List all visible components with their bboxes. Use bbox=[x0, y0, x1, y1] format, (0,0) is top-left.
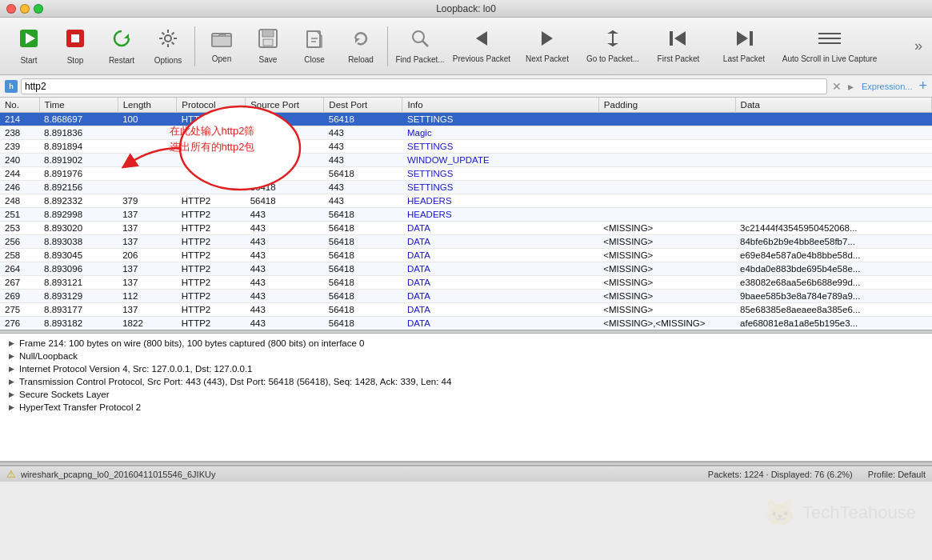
col-header-protocol: Protocol bbox=[177, 98, 246, 113]
table-row[interactable]: 2568.893038137HTTP244356418DATA<MISSING>… bbox=[0, 235, 932, 249]
goto-label: Go to Packet... bbox=[586, 54, 639, 64]
prev-packet-button[interactable]: Previous Packet bbox=[450, 22, 514, 70]
table-row[interactable]: 2588.893045206HTTP244356418DATA<MISSING>… bbox=[0, 249, 932, 262]
table-row[interactable]: 2678.893121137HTTP244356418DATA<MISSING>… bbox=[0, 276, 932, 290]
reload-label: Reload bbox=[348, 55, 374, 65]
col-header-data: Data bbox=[735, 98, 931, 113]
expand-icon: ▶ bbox=[6, 390, 16, 399]
first-packet-button[interactable]: First Packet bbox=[646, 22, 710, 70]
restart-icon bbox=[110, 27, 133, 53]
svg-marker-22 bbox=[737, 31, 748, 46]
autoscroll-icon bbox=[815, 29, 844, 51]
goto-packet-button[interactable]: Go to Packet... bbox=[581, 22, 645, 70]
restart-label: Restart bbox=[109, 56, 134, 66]
svg-rect-23 bbox=[750, 31, 753, 46]
table-row[interactable]: 2468.89215656418443SETTINGS bbox=[0, 181, 932, 194]
table-row[interactable]: 2398.89189456418443SETTINGS bbox=[0, 140, 932, 154]
table-row[interactable]: 2148.868697100HTTP244356418SETTINGS bbox=[0, 113, 932, 126]
save-icon bbox=[258, 28, 278, 52]
svg-rect-21 bbox=[670, 31, 673, 46]
table-row[interactable]: 2448.89197644356418SETTINGS bbox=[0, 167, 932, 181]
reload-icon bbox=[350, 28, 371, 52]
options-button[interactable]: Options bbox=[146, 22, 190, 70]
proto-row-label: Secure Sockets Layer bbox=[19, 390, 110, 399]
autoscroll-button[interactable]: Auto Scroll in Live Capture bbox=[778, 22, 882, 70]
find-label: Find Packet... bbox=[395, 55, 444, 65]
table-row[interactable]: 2388.89183656418443Magic bbox=[0, 126, 932, 140]
proto-row-label: Frame 214: 100 bytes on wire (800 bits),… bbox=[19, 338, 365, 348]
close-file-button[interactable]: Close bbox=[292, 22, 337, 70]
restart-button[interactable]: Restart bbox=[99, 22, 144, 70]
proto-detail-row[interactable]: ▶Internet Protocol Version 4, Src: 127.0… bbox=[0, 362, 932, 375]
title-bar: Loopback: lo0 bbox=[0, 0, 932, 18]
next-packet-button[interactable]: Next Packet bbox=[515, 22, 579, 70]
svg-rect-9 bbox=[262, 30, 274, 37]
status-bar: ⚠ wireshark_pcapng_lo0_20160411015546_6J… bbox=[0, 466, 932, 482]
close-file-label: Close bbox=[304, 55, 325, 65]
proto-detail-row[interactable]: ▶Frame 214: 100 bytes on wire (800 bits)… bbox=[0, 337, 932, 350]
last-icon bbox=[732, 29, 756, 51]
table-row[interactable]: 2488.892332379HTTP256418443HEADERS bbox=[0, 194, 932, 208]
watermark: 🐱 TechTeahouse bbox=[764, 498, 916, 528]
minimize-button[interactable] bbox=[20, 4, 30, 14]
expression-button[interactable]: Expression... bbox=[858, 82, 916, 91]
options-label: Options bbox=[154, 56, 182, 66]
save-button[interactable]: Save bbox=[246, 22, 290, 70]
packet-table-container: No. Time Length Protocol Source Port Des… bbox=[0, 98, 932, 330]
packet-table: No. Time Length Protocol Source Port Des… bbox=[0, 98, 932, 330]
expand-icon: ▶ bbox=[6, 338, 16, 348]
reload-button[interactable]: Reload bbox=[338, 22, 383, 70]
svg-marker-4 bbox=[124, 34, 129, 38]
filter-bar: h ✕ ▸ Expression... + bbox=[0, 75, 932, 98]
svg-marker-20 bbox=[674, 31, 686, 46]
maximize-button[interactable] bbox=[34, 4, 43, 14]
svg-rect-11 bbox=[307, 31, 320, 47]
proto-detail-row[interactable]: ▶Transmission Control Protocol, Src Port… bbox=[0, 375, 932, 388]
table-row[interactable]: 2768.8931821822HTTP244356418DATA<MISSING… bbox=[0, 317, 932, 330]
protocol-detail: ▶Frame 214: 100 bytes on wire (800 bits)… bbox=[0, 334, 932, 462]
table-row[interactable]: 2758.893177137HTTP244356418DATA<MISSING>… bbox=[0, 303, 932, 317]
stop-button[interactable]: Stop bbox=[53, 22, 98, 70]
filter-input[interactable] bbox=[21, 78, 827, 94]
table-row[interactable]: 2518.892998137HTTP244356418HEADERS bbox=[0, 208, 932, 222]
open-button[interactable]: Open bbox=[199, 22, 244, 70]
status-icon: ⚠ bbox=[6, 468, 16, 480]
proto-row-label: HyperText Transfer Protocol 2 bbox=[19, 402, 141, 412]
status-right: Packets: 1224 · Displayed: 76 (6.2%) Pro… bbox=[708, 470, 926, 479]
autoscroll-label: Auto Scroll in Live Capture bbox=[782, 54, 877, 64]
status-left: ⚠ wireshark_pcapng_lo0_20160411015546_6J… bbox=[6, 468, 215, 480]
proto-row-label: Internet Protocol Version 4, Src: 127.0.… bbox=[19, 364, 253, 374]
window-controls[interactable] bbox=[6, 4, 43, 14]
proto-detail-row[interactable]: ▶HyperText Transfer Protocol 2 bbox=[0, 401, 932, 414]
prev-label: Previous Packet bbox=[453, 54, 510, 64]
proto-detail-row[interactable]: ▶Secure Sockets Layer bbox=[0, 388, 932, 401]
table-row[interactable]: 2538.893020137HTTP244356418DATA<MISSING>… bbox=[0, 222, 932, 235]
col-header-dst-port: Dest Port bbox=[324, 98, 402, 113]
table-row[interactable]: 2408.89190256418443WINDOW_UPDATE bbox=[0, 154, 932, 167]
table-row[interactable]: 2698.893129112HTTP244356418DATA<MISSING>… bbox=[0, 290, 932, 303]
col-header-padding: Padding bbox=[598, 98, 735, 113]
add-filter-button[interactable]: + bbox=[918, 78, 927, 94]
filter-icon-label: h bbox=[9, 82, 14, 90]
svg-point-5 bbox=[165, 35, 171, 42]
start-button[interactable]: Start bbox=[6, 22, 51, 70]
goto-icon bbox=[601, 29, 625, 51]
proto-row-label: Transmission Control Protocol, Src Port:… bbox=[19, 377, 451, 386]
expand-icon: ▶ bbox=[6, 364, 16, 374]
table-row[interactable]: 2648.893096137HTTP244356418DATA<MISSING>… bbox=[0, 262, 932, 276]
stop-label: Stop bbox=[67, 56, 84, 66]
proto-detail-row[interactable]: ▶Null/Loopback bbox=[0, 350, 932, 362]
save-label: Save bbox=[259, 55, 278, 65]
last-packet-button[interactable]: Last Packet bbox=[712, 22, 776, 70]
svg-marker-18 bbox=[607, 30, 618, 34]
toolbar-more[interactable]: » bbox=[911, 34, 926, 58]
svg-rect-10 bbox=[263, 39, 273, 46]
svg-marker-16 bbox=[542, 31, 553, 46]
watermark-icon: 🐱 bbox=[764, 498, 796, 528]
filter-icon[interactable]: h bbox=[5, 80, 18, 93]
filter-arrow-icon[interactable]: ▸ bbox=[846, 80, 855, 93]
find-packet-button[interactable]: Find Packet... bbox=[392, 22, 448, 70]
close-button[interactable] bbox=[6, 4, 16, 14]
filter-clear-icon[interactable]: ✕ bbox=[830, 80, 843, 93]
options-icon bbox=[157, 27, 179, 53]
